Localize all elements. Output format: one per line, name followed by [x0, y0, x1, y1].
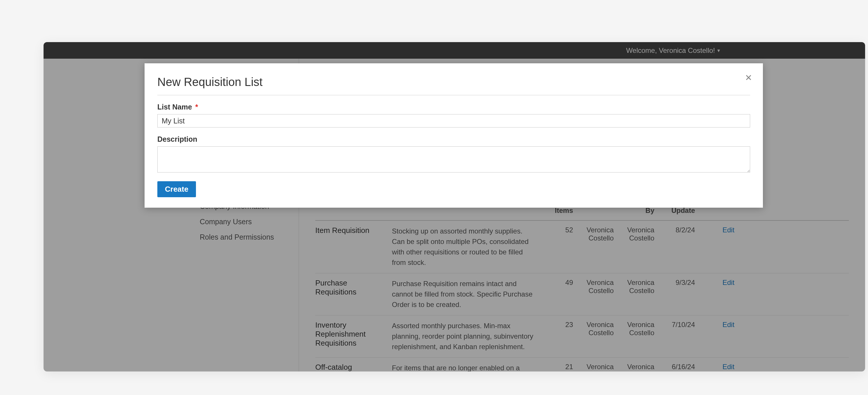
list-name-input[interactable]	[157, 114, 750, 127]
description-label: Description	[157, 135, 750, 144]
list-name-field: List Name *	[157, 103, 750, 127]
new-requisition-list-modal: ✕ New Requisition List List Name * Descr…	[145, 63, 763, 208]
description-field: Description	[157, 135, 750, 174]
list-name-label: List Name *	[157, 103, 750, 111]
create-button[interactable]: Create	[157, 181, 196, 197]
modal-title: New Requisition List	[157, 75, 750, 95]
list-name-label-text: List Name	[157, 103, 192, 111]
description-textarea[interactable]	[157, 146, 750, 173]
close-icon[interactable]: ✕	[744, 73, 753, 83]
required-asterisk: *	[195, 103, 198, 111]
